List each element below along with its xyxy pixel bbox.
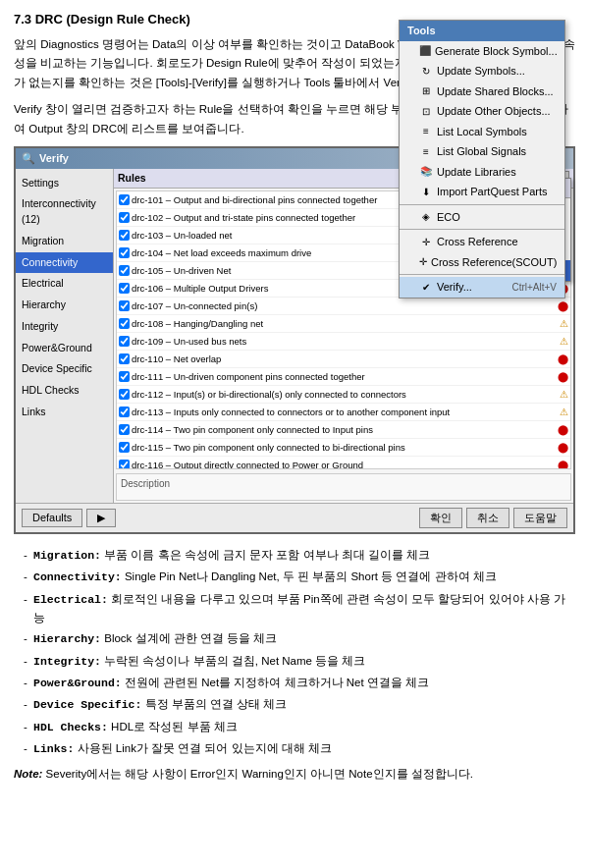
- sidebar-item-migration[interactable]: Migration: [16, 231, 113, 252]
- list-global-icon: ≡: [419, 144, 433, 158]
- rule-checkbox-drc-104[interactable]: [119, 247, 130, 258]
- rule-checkbox-drc-112[interactable]: [119, 389, 130, 400]
- sidebar-item-hierarchy[interactable]: Hierarchy: [16, 295, 113, 316]
- tools-menu-header: Tools: [400, 21, 564, 41]
- rule-checkbox-drc-108[interactable]: [119, 318, 130, 329]
- severity-badge: ⬤: [558, 458, 568, 468]
- severity-badge: ⬤: [558, 298, 568, 313]
- verify-footer: Defaults ▶ 확인 취소 도움말: [16, 503, 573, 532]
- rule-checkbox-drc-105[interactable]: [119, 265, 130, 276]
- verify-sidebar: SettingsInterconnectivity (12)MigrationC…: [16, 169, 114, 503]
- list-item: Device Specific: 특정 부품의 연결 상태 체크: [24, 695, 575, 714]
- lib-icon: 📚: [419, 165, 433, 179]
- cross-ref-icon: ✛: [419, 235, 433, 248]
- severity-badge: ⬤: [558, 422, 568, 437]
- eco-icon: ◈: [419, 210, 433, 224]
- list-item: Hierarchy: Block 설계에 관한 연결 등을 체크: [24, 629, 575, 648]
- sidebar-item-links[interactable]: Links: [16, 402, 113, 423]
- rules-header-label: Rules: [118, 171, 146, 187]
- bullet-keyword: HDL Checks:: [33, 721, 108, 733]
- defaults-button[interactable]: Defaults: [22, 509, 82, 527]
- menu-separator-1: [400, 204, 564, 205]
- bullet-keyword: Electrical:: [33, 593, 108, 606]
- rule-label: drc-111 – Un-driven component pins conne…: [132, 370, 556, 384]
- rule-row: drc-109 – Un-used bus nets⚠: [117, 333, 570, 351]
- sidebar-item-settings[interactable]: Settings: [16, 173, 113, 194]
- bullet-keyword: Links:: [33, 742, 74, 755]
- sidebar-item-hdl-checks[interactable]: HDL Checks: [16, 380, 113, 402]
- menu-item-list-global[interactable]: ≡ List Global Signals: [400, 141, 564, 162]
- rule-checkbox-drc-109[interactable]: [119, 336, 130, 347]
- rule-checkbox-drc-107[interactable]: [119, 300, 130, 311]
- list-item: HDL Checks: HDL로 작성된 부품 체크: [24, 718, 575, 736]
- menu-item-cross-ref-scout[interactable]: ✛ Cross Reference(SCOUT): [400, 252, 564, 273]
- verify-window-icon: 🔍: [22, 150, 35, 167]
- rule-label: drc-113 – Inputs only connected to conne…: [132, 406, 558, 419]
- rule-label: drc-108 – Hanging/Dangling net: [132, 317, 558, 331]
- import-icon: ⬇: [419, 185, 433, 198]
- bullet-keyword: Connectivity:: [33, 570, 122, 583]
- rule-label: drc-115 – Two pin component only connect…: [132, 441, 556, 455]
- description-area: Description: [116, 473, 571, 501]
- list-item: Integrity: 누락된 속성이나 부품의 걸침, Net Name 등을 …: [24, 652, 575, 671]
- bullet-keyword: Device Specific:: [33, 698, 141, 711]
- list-item: Migration: 부품 이름 혹은 속성에 금지 문자 포함 여부나 최대 …: [24, 546, 575, 565]
- menu-separator-2: [400, 229, 564, 230]
- help-button[interactable]: 도움말: [513, 508, 567, 528]
- menu-item-import-partquest[interactable]: ⬇ Import PartQuest Parts: [400, 182, 564, 202]
- sidebar-item-electrical[interactable]: Electrical: [16, 273, 113, 295]
- rule-checkbox-drc-110[interactable]: [119, 353, 130, 364]
- verify-icon: ✔: [419, 280, 433, 294]
- menu-item-cross-ref[interactable]: ✛ Cross Reference: [400, 232, 564, 252]
- rule-row: drc-114 – Two pin component only connect…: [117, 421, 570, 439]
- sidebar-item-connectivity[interactable]: Connectivity: [16, 252, 113, 274]
- tools-dropdown-menu[interactable]: Tools ⬛ Generate Block Symbol... ↻ Updat…: [399, 20, 565, 298]
- list-item: Connectivity: Single Pin Net나 Dangling N…: [24, 568, 575, 586]
- menu-item-update-shared[interactable]: ⊞ Update Shared Blocks...: [400, 81, 564, 102]
- note-text: Note: Severity에서는 해당 사항이 Error인지 Warning…: [14, 765, 575, 785]
- rule-checkbox-drc-114[interactable]: [119, 424, 130, 435]
- rule-checkbox-drc-102[interactable]: [119, 212, 130, 223]
- menu-item-update-other[interactable]: ⊡ Update Other Objects...: [400, 101, 564, 122]
- shared-icon: ⊞: [419, 84, 433, 98]
- cancel-button[interactable]: 취소: [466, 508, 509, 528]
- rule-checkbox-drc-111[interactable]: [119, 371, 130, 382]
- confirm-button[interactable]: 확인: [419, 508, 462, 528]
- rule-row: drc-107 – Un-connected pin(s)⬤: [117, 298, 570, 315]
- severity-badge: ⬤: [558, 352, 568, 366]
- menu-item-eco[interactable]: ◈ ECO: [400, 207, 564, 228]
- menu-separator-3: [400, 274, 564, 275]
- bullet-keyword: Integrity:: [33, 655, 101, 668]
- arrow-button[interactable]: ▶: [86, 509, 116, 527]
- block-icon: ⬛: [419, 44, 431, 58]
- menu-item-list-local[interactable]: ≡ List Local Symbols: [400, 122, 564, 142]
- sidebar-item-power-ground[interactable]: Power&Ground: [16, 338, 113, 359]
- rule-checkbox-drc-116[interactable]: [119, 460, 130, 468]
- bullet-keyword: Power&Ground:: [33, 677, 122, 689]
- rule-checkbox-drc-101[interactable]: [119, 194, 130, 205]
- sidebar-item-interconnectivity--12-[interactable]: Interconnectivity (12): [16, 193, 113, 231]
- sidebar-item-device-specific[interactable]: Device Specific: [16, 358, 113, 380]
- menu-item-verify[interactable]: ✔ Verify... Ctrl+Alt+V: [400, 277, 564, 298]
- severity-badge: ⚠: [560, 334, 568, 349]
- rule-checkbox-drc-103[interactable]: [119, 230, 130, 241]
- severity-badge: ⚠: [560, 387, 568, 402]
- rule-label: drc-107 – Un-connected pin(s): [132, 299, 556, 313]
- menu-item-generate-block[interactable]: ⬛ Generate Block Symbol...: [400, 41, 564, 62]
- rule-checkbox-drc-113[interactable]: [119, 407, 130, 417]
- rule-checkbox-drc-106[interactable]: [119, 283, 130, 294]
- list-local-icon: ≡: [419, 125, 433, 138]
- rule-row: drc-115 – Two pin component only connect…: [117, 439, 570, 457]
- cross-ref-scout-icon: ✛: [419, 255, 427, 269]
- rule-row: drc-112 – Input(s) or bi-directional(s) …: [117, 386, 570, 404]
- sidebar-item-integrity[interactable]: Integrity: [16, 316, 113, 338]
- rule-checkbox-drc-115[interactable]: [119, 442, 130, 453]
- rule-row: drc-108 – Hanging/Dangling net⚠: [117, 315, 570, 333]
- severity-badge: ⚠: [560, 405, 568, 419]
- menu-item-update-libraries[interactable]: 📚 Update Libraries: [400, 162, 564, 183]
- menu-item-update-symbols[interactable]: ↻ Update Symbols...: [400, 61, 564, 81]
- severity-badge: ⬤: [558, 369, 568, 384]
- rule-label: drc-109 – Un-used bus nets: [132, 335, 558, 349]
- rule-label: drc-112 – Input(s) or bi-directional(s) …: [132, 388, 558, 402]
- rule-label: drc-110 – Net overlap: [132, 353, 556, 366]
